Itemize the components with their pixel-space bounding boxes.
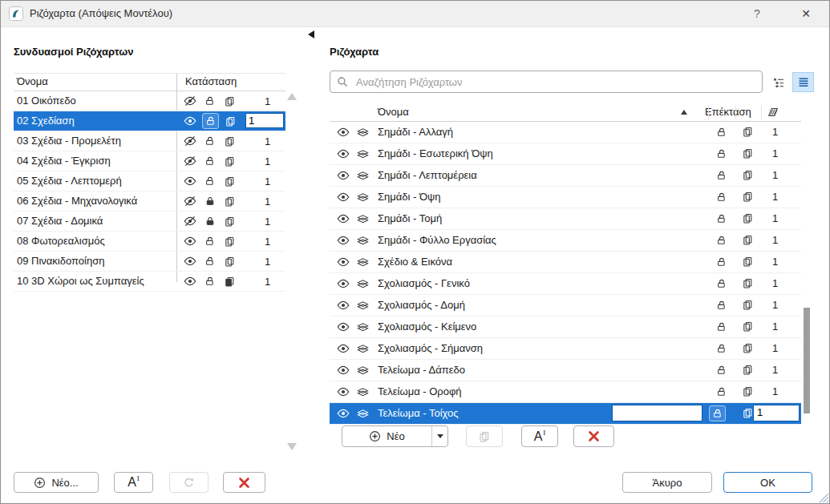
eye-icon[interactable]	[337, 407, 350, 420]
layer-row[interactable]: Σχολιασμός - Δομή 1	[330, 295, 801, 317]
copies-icon[interactable]	[742, 212, 754, 224]
intersection-number[interactable]: 1	[772, 338, 778, 358]
copies-icon[interactable]	[742, 385, 754, 397]
eye-icon[interactable]	[337, 299, 350, 312]
close-button[interactable]: ✕	[790, 1, 822, 26]
copies-icon[interactable]	[224, 256, 236, 268]
layer-combination-row[interactable]: 06 Σχέδια - Μηχανολογικά 1	[14, 192, 285, 212]
intersection-number[interactable]: 1	[265, 212, 289, 231]
copies-icon[interactable]	[742, 169, 754, 181]
layer-combination-row[interactable]: 10 3D Χώροι ως Συμπαγείς 1	[14, 272, 285, 292]
eye-icon[interactable]	[337, 256, 350, 268]
intersection-number-input[interactable]: 1	[753, 405, 800, 421]
intersection-number[interactable]: 1	[772, 122, 778, 142]
copies-icon[interactable]	[742, 364, 754, 376]
lock-open-icon[interactable]	[205, 115, 217, 127]
extension-column-header[interactable]: Επέκταση	[705, 103, 751, 120]
layer-combination-row[interactable]: 07 Σχέδια - Δομικά 1	[14, 212, 285, 232]
eye-icon[interactable]	[337, 191, 350, 204]
lock-open-icon[interactable]	[716, 343, 727, 354]
duplicate-layer-button[interactable]	[466, 425, 503, 447]
eye-slash-icon[interactable]	[184, 155, 196, 167]
intersection-number[interactable]: 1	[265, 272, 289, 291]
eye-icon[interactable]	[337, 342, 350, 355]
eye-icon[interactable]	[337, 321, 350, 333]
layer-combination-row[interactable]: 05 Σχέδια - Λεπτομερή 1	[14, 171, 285, 192]
layer-row[interactable]: Σημάδι - Όψη 1	[330, 187, 801, 208]
lock-open-icon[interactable]	[716, 235, 727, 246]
new-layer-dropdown[interactable]	[431, 426, 447, 446]
lock-open-icon[interactable]	[716, 300, 727, 311]
copies-icon[interactable]	[742, 277, 754, 289]
lock-closed-icon[interactable]	[204, 216, 216, 227]
intersection-number[interactable]: 1	[772, 317, 778, 337]
lock-toggle-chip[interactable]	[709, 405, 726, 421]
copies-solid-icon[interactable]	[224, 276, 236, 288]
lock-open-icon[interactable]	[716, 213, 727, 224]
lock-open-icon[interactable]	[716, 127, 727, 138]
copies-icon[interactable]	[742, 299, 754, 311]
delete-combination-button[interactable]	[223, 472, 265, 493]
eye-icon[interactable]	[184, 175, 196, 187]
new-combination-button[interactable]: Νέο...	[14, 472, 99, 493]
lock-open-icon[interactable]	[204, 236, 216, 247]
lock-open-icon[interactable]	[204, 175, 216, 187]
layer-combination-row[interactable]: 08 Φωτορεαλισμός 1	[14, 232, 285, 252]
layer-row[interactable]: Σημάδι - Εσωτερική Όψη 1	[330, 143, 801, 165]
layer-row[interactable]: Σημάδι - Φύλλο Εργασίας 1	[330, 230, 801, 252]
layer-combination-row[interactable]: 09 Πινακιδοποίηση 1	[14, 252, 285, 272]
lock-open-icon[interactable]	[716, 148, 727, 159]
copies-icon[interactable]	[742, 191, 754, 203]
eye-slash-icon[interactable]	[184, 215, 196, 228]
layer-row[interactable]: Τελείωμα - Οροφή 1	[330, 381, 801, 403]
layer-combination-row-selected[interactable]: 02 Σχεδίαση 1	[14, 111, 285, 131]
layer-combination-row[interactable]: 04 Σχέδια - Έγκριση 1	[14, 151, 285, 171]
new-layer-button[interactable]: Νέο	[342, 426, 431, 446]
layer-row-selected[interactable]: Τελείωμα - Τοίχος 1	[330, 403, 801, 425]
intersection-number[interactable]: 1	[772, 230, 778, 250]
layer-row[interactable]: Σχολιασμός - Κείμενο 1	[330, 317, 801, 338]
lock-closed-icon[interactable]	[204, 196, 216, 207]
eye-slash-icon[interactable]	[184, 95, 196, 107]
intersection-number[interactable]: 1	[772, 381, 778, 401]
layer-row[interactable]: Σχέδιο & Εικόνα 1	[330, 252, 801, 273]
copies-icon[interactable]	[224, 236, 236, 248]
intersection-number[interactable]: 1	[772, 143, 778, 163]
intersection-number[interactable]: 1	[265, 92, 289, 111]
layer-combination-row[interactable]: 03 Σχέδια - Προμελέτη 1	[14, 131, 285, 151]
lock-open-icon[interactable]	[716, 170, 727, 181]
resize-grip-icon[interactable]	[816, 490, 829, 503]
eye-slash-icon[interactable]	[184, 195, 196, 208]
copies-icon[interactable]	[224, 155, 236, 167]
eye-icon[interactable]	[337, 212, 350, 225]
eye-icon[interactable]	[337, 169, 350, 182]
intersection-number[interactable]: 1	[772, 187, 778, 207]
eye-slash-icon[interactable]	[184, 135, 196, 147]
intersection-number[interactable]: 1	[772, 208, 778, 228]
scroll-up-icon[interactable]	[287, 93, 297, 100]
rename-layer-button[interactable]: AΙ	[521, 425, 558, 447]
copies-icon[interactable]	[742, 126, 754, 138]
copies-icon[interactable]	[742, 321, 754, 333]
eye-icon[interactable]	[184, 115, 196, 127]
copies-icon[interactable]	[224, 135, 236, 147]
eye-icon[interactable]	[337, 364, 350, 377]
tree-view-button[interactable]	[767, 72, 789, 92]
eye-icon[interactable]	[184, 255, 196, 268]
lock-open-icon[interactable]	[716, 192, 727, 203]
intersection-number[interactable]: 1	[265, 172, 289, 191]
eye-icon[interactable]	[184, 275, 196, 288]
copies-icon[interactable]	[742, 147, 754, 159]
intersection-number[interactable]: 1	[265, 132, 289, 151]
lock-open-icon[interactable]	[204, 276, 216, 287]
eye-icon[interactable]	[184, 235, 196, 248]
lock-open-icon[interactable]	[716, 256, 727, 268]
intersection-number[interactable]: 1	[772, 295, 778, 315]
intersection-number[interactable]: 1	[772, 273, 778, 293]
copies-icon[interactable]	[224, 175, 236, 187]
lock-open-icon[interactable]	[716, 386, 727, 397]
lock-open-icon[interactable]	[712, 408, 723, 419]
eye-icon[interactable]	[337, 385, 350, 398]
new-layer-split-button[interactable]: Νέο	[342, 425, 448, 447]
layer-row[interactable]: Τελείωμα - Δάπεδο 1	[330, 360, 801, 381]
